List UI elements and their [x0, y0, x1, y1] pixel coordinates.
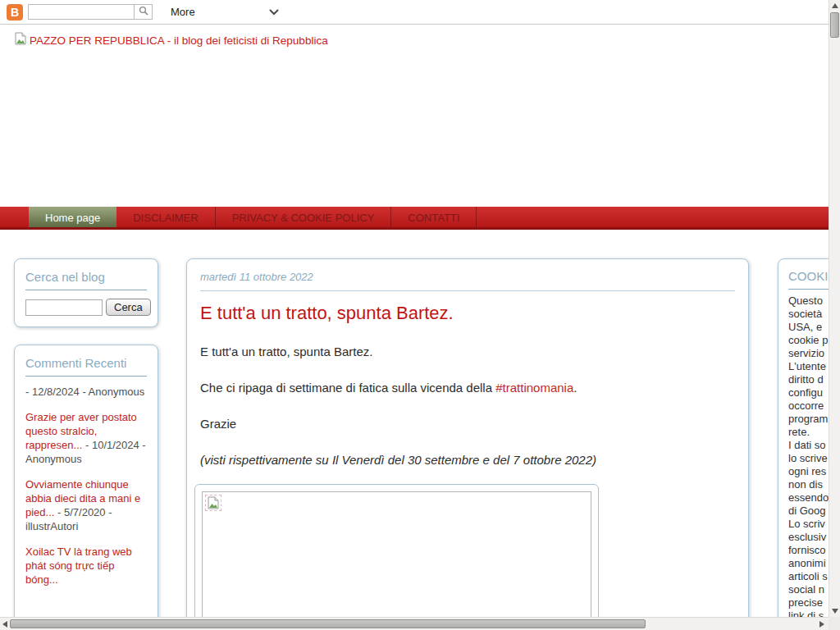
cookie-text-line: L'utente	[788, 360, 829, 373]
comment-item: Ovviamente chiunque abbia dieci dita a m…	[25, 477, 147, 533]
cookie-text-line: lo scrive	[788, 452, 829, 465]
comment-item: - 12/8/2024 - Anonymous	[25, 385, 147, 399]
post-paragraph: Che ci ripaga di settimane di fatica sul…	[200, 380, 735, 396]
cookie-text-line: cookie p	[788, 334, 829, 347]
comment-item: Grazie per aver postato questo stralcio,…	[25, 410, 147, 466]
blogger-navbar: B More	[0, 0, 829, 25]
post-paragraph-text: Che ci ripaga di settimane di fatica sul…	[200, 381, 495, 395]
vertical-scrollbar[interactable]	[829, 0, 840, 617]
post-image-frame[interactable]	[202, 491, 591, 617]
cookie-text-line: Questo	[788, 294, 829, 308]
cookie-text-line: I dati so	[788, 439, 829, 452]
comment-item: Xoilac TV là trang web phát sóng trực ti…	[25, 545, 147, 587]
chevron-down-icon	[269, 6, 279, 18]
arrow-down-icon	[832, 609, 838, 614]
cookie-text-line: esclusiv	[788, 531, 829, 544]
navbar-search-input[interactable]	[28, 4, 135, 20]
broken-image-icon	[205, 495, 221, 511]
scroll-up-button[interactable]	[829, 0, 840, 11]
scroll-down-button[interactable]	[829, 605, 840, 617]
recent-comments-widget: Commenti Recenti - 12/8/2024 - Anonymous…	[14, 345, 158, 617]
cookie-text-line: fornisco	[788, 544, 829, 557]
post-paragraph-italic: (visti rispettivamente su Il Venerdì del…	[200, 452, 735, 468]
cookie-text-line: program	[788, 413, 829, 426]
arrow-right-icon	[819, 621, 824, 628]
cookie-text-line: articoli s	[788, 570, 829, 583]
search-widget: Cerca nel blog Cerca	[14, 258, 158, 327]
blogger-logo-icon[interactable]: B	[7, 4, 23, 21]
arrow-up-icon	[832, 3, 838, 8]
cookie-text-line: configu	[788, 386, 829, 399]
hashtag-link[interactable]: #trattinomania	[495, 381, 573, 395]
post-title-link[interactable]: E tutt'a un tratto, spunta Bartez.	[200, 303, 735, 324]
more-dropdown-label: More	[171, 6, 195, 18]
cookie-text-line: diritto d	[788, 373, 829, 386]
post-date: martedì 11 ottobre 2022	[200, 271, 735, 283]
cookie-policy-title: COOKIE POLICY	[788, 269, 829, 290]
cookie-text-line: precise	[788, 596, 829, 609]
scrollbar-corner	[829, 617, 840, 630]
horizontal-scrollbar[interactable]	[0, 617, 829, 630]
tab-privacy-cookie-policy[interactable]: PRIVACY & COOKIE POLICY	[216, 207, 392, 227]
page-viewport: B More PAZZO PER REPUBBLICA - il blog de…	[0, 0, 829, 617]
main-nav: Home page DISCLAIMER PRIVACY & COOKIE PO…	[0, 207, 829, 230]
search-widget-title: Cerca nel blog	[25, 270, 147, 290]
post-image-container	[194, 484, 599, 617]
navbar-search-button[interactable]	[135, 4, 153, 20]
cookie-text-line: link di s	[788, 609, 829, 617]
cookie-text-line: ogni res	[788, 465, 829, 478]
blog-post: martedì 11 ottobre 2022 E tutt'a un trat…	[186, 258, 749, 617]
tab-home-page[interactable]: Home page	[29, 207, 116, 227]
scroll-right-button[interactable]	[817, 618, 827, 630]
header-title-link[interactable]: PAZZO PER REPUBBLICA - il blog dei fetic…	[30, 34, 328, 47]
tab-disclaimer[interactable]: DISCLAIMER	[116, 207, 215, 227]
cookie-text-line: social n	[788, 583, 829, 596]
scroll-left-button[interactable]	[0, 618, 10, 630]
more-dropdown[interactable]: More	[167, 3, 282, 21]
arrow-left-icon	[2, 621, 7, 628]
cookie-text-line: rete.	[788, 426, 829, 439]
post-paragraph-text: .	[573, 381, 577, 395]
blog-search-button[interactable]: Cerca	[106, 299, 151, 316]
post-paragraph: Grazie	[200, 416, 735, 432]
vertical-scrollbar-thumb[interactable]	[830, 12, 839, 38]
cookie-text-line: anonimi	[788, 557, 829, 570]
cookie-text-line: non dis	[788, 478, 829, 491]
tab-contatti[interactable]: CONTATTI	[391, 207, 477, 227]
blog-header: PAZZO PER REPUBBLICA - il blog dei fetic…	[0, 25, 829, 207]
cookie-text-line: società	[788, 308, 829, 321]
comment-meta: - 12/8/2024 - Anonymous	[25, 386, 144, 398]
cookie-text-line: servizio	[788, 347, 829, 360]
cookie-text-line: occorre	[788, 399, 829, 413]
search-icon	[139, 6, 148, 18]
broken-image-icon	[14, 32, 27, 48]
horizontal-scrollbar-thumb[interactable]	[10, 619, 646, 628]
post-date-divider	[200, 290, 735, 291]
comment-link[interactable]: Xoilac TV là trang web phát sóng trực ti…	[25, 546, 132, 586]
cookie-policy-widget: COOKIE POLICY Questo società USA, e cook…	[778, 258, 829, 617]
blog-search-input[interactable]	[25, 299, 103, 316]
recent-comments-title: Commenti Recenti	[25, 356, 147, 377]
cookie-text-line: Lo scriv	[788, 518, 829, 531]
cookie-text-line: USA, e	[788, 321, 829, 334]
cookie-text-line: di Goog	[788, 504, 829, 518]
cookie-text-line: essendo	[788, 491, 829, 504]
post-paragraph: E tutt'a un tratto, spunta Bartez.	[200, 344, 735, 360]
